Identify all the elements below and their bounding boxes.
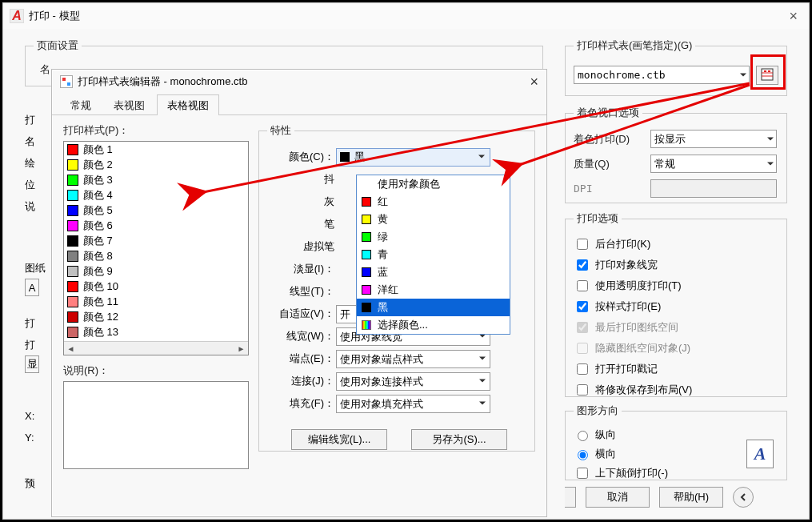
last-paperspace-check: 最后打印图纸空间 bbox=[574, 319, 778, 336]
list-item[interactable]: 颜色 10 bbox=[64, 279, 248, 294]
black-swatch-icon bbox=[340, 152, 350, 162]
list-item[interactable]: 颜色 3 bbox=[64, 172, 248, 187]
scroll-right-icon[interactable]: ► bbox=[234, 343, 248, 355]
plot-style-editor-dialog: 打印样式表编辑器 - monochrome.ctb × 常规 表视图 表格视图 … bbox=[51, 69, 547, 517]
editor-titlebar: 打印样式表编辑器 - monochrome.ctb × bbox=[52, 70, 546, 94]
color-swatch-icon bbox=[67, 311, 78, 323]
color-swatch-icon bbox=[67, 190, 78, 201]
color-label: 颜色(C)： bbox=[267, 150, 336, 164]
editor-close-icon[interactable]: × bbox=[530, 74, 538, 90]
rainbow-icon bbox=[362, 320, 371, 330]
print-options-group: 打印选项 后台打印(K) 打印对象线宽 使用透明度打印(T) 按样式打印(E) … bbox=[565, 211, 787, 397]
list-item[interactable]: 颜色 11 bbox=[64, 294, 248, 309]
landscape-radio[interactable]: 横向 bbox=[574, 445, 668, 463]
print-dialog: A 打印 - 模型 × 页面设置 名 打 名 绘 位 说 图纸 A 打 打 显 … bbox=[2, 2, 810, 520]
stamp-check[interactable]: 打开打印戳记 bbox=[574, 360, 778, 378]
dropdown-color-option[interactable]: 红 bbox=[357, 193, 510, 211]
color-swatch-icon bbox=[67, 266, 78, 277]
color-swatch-icon bbox=[67, 296, 78, 307]
dpi-input bbox=[650, 179, 777, 198]
dropdown-color-option[interactable]: 黑 bbox=[357, 299, 510, 316]
dropdown-color-option[interactable]: 蓝 bbox=[357, 263, 510, 281]
endcap-select[interactable]: 使用对象端点样式 bbox=[336, 350, 490, 368]
editor-tabs: 常规 表视图 表格视图 bbox=[52, 94, 546, 115]
save-as-button[interactable]: 另存为(S)... bbox=[411, 429, 507, 450]
upside-down-check[interactable]: 上下颠倒打印(-) bbox=[574, 464, 668, 482]
list-item[interactable]: 颜色 6 bbox=[64, 218, 248, 233]
adapt-label: 自适应(V)： bbox=[267, 307, 336, 321]
bg-print-check[interactable]: 后台打印(K) bbox=[574, 235, 778, 253]
gray-label: 灰 bbox=[267, 195, 336, 209]
color-swatch-icon bbox=[67, 175, 78, 186]
cancel-button[interactable]: 取消 bbox=[586, 487, 650, 508]
color-swatch-icon bbox=[67, 159, 78, 171]
list-item[interactable]: 颜色 5 bbox=[64, 203, 248, 218]
list-item[interactable]: 颜色 8 bbox=[64, 248, 248, 263]
endcap-label: 端点(E)： bbox=[267, 351, 336, 366]
footer-buttons: 取消 帮助(H) bbox=[565, 487, 754, 508]
color-swatch-icon bbox=[67, 327, 78, 338]
close-icon[interactable]: × bbox=[784, 8, 802, 25]
description-textarea[interactable] bbox=[63, 381, 249, 469]
tab-general[interactable]: 常规 bbox=[60, 94, 102, 115]
list-item[interactable]: 颜色 12 bbox=[64, 309, 248, 324]
color-swatch-icon bbox=[362, 197, 371, 207]
svg-rect-4 bbox=[768, 70, 770, 72]
color-swatch-icon bbox=[362, 303, 371, 312]
list-item[interactable]: 颜色 1 bbox=[64, 142, 248, 157]
orient-legend: 图形方向 bbox=[574, 404, 622, 418]
horizontal-scrollbar[interactable]: ◄ ► bbox=[64, 341, 248, 355]
edit-lineweight-button[interactable]: 编辑线宽(L)... bbox=[291, 429, 387, 450]
join-label: 连接(J)： bbox=[267, 374, 336, 388]
dropdown-use-object-color[interactable]: 使用对象颜色 bbox=[357, 175, 510, 193]
join-select[interactable]: 使用对象连接样式 bbox=[336, 372, 490, 391]
list-item[interactable]: 颜色 13 bbox=[64, 324, 248, 339]
color-swatch-icon bbox=[362, 267, 371, 277]
color-swatch-icon bbox=[67, 251, 78, 262]
description-label: 说明(R)： bbox=[63, 363, 249, 378]
shade-print-label: 着色打印(D) bbox=[574, 132, 650, 147]
color-swatch-icon bbox=[67, 220, 78, 231]
edit-plot-style-button[interactable] bbox=[756, 66, 778, 85]
list-item[interactable]: 颜色 4 bbox=[64, 187, 248, 203]
pen-label: 笔 bbox=[267, 217, 336, 231]
dropdown-color-option[interactable]: 青 bbox=[357, 246, 510, 263]
print-styles-list[interactable]: 颜色 1颜色 2颜色 3颜色 4颜色 5颜色 6颜色 7颜色 8颜色 9颜色 1… bbox=[63, 141, 249, 355]
vpen-label: 虚拟笔 bbox=[267, 239, 336, 254]
dropdown-color-option[interactable]: 洋红 bbox=[357, 281, 510, 299]
shade-print-select[interactable]: 按显示 bbox=[650, 130, 777, 148]
expand-button[interactable] bbox=[733, 487, 754, 508]
list-item[interactable]: 颜色 7 bbox=[64, 233, 248, 248]
color-dropdown[interactable]: 使用对象颜色 红黄绿青蓝洋红黑 选择颜色... bbox=[356, 175, 510, 335]
list-item[interactable]: 颜色 9 bbox=[64, 263, 248, 279]
color-swatch-icon bbox=[362, 215, 371, 224]
plot-style-table-select[interactable]: monochrome.ctb bbox=[574, 66, 750, 84]
fill-select[interactable]: 使用对象填充样式 bbox=[336, 395, 490, 413]
editor-icon bbox=[60, 75, 73, 88]
lw-print-check[interactable]: 打印对象线宽 bbox=[574, 256, 778, 274]
dropdown-choose-color[interactable]: 选择颜色... bbox=[357, 316, 510, 334]
dropdown-color-option[interactable]: 黄 bbox=[357, 211, 510, 228]
hide-paperspace-check: 隐藏图纸空间对象(J) bbox=[574, 339, 778, 357]
color-swatch-icon bbox=[362, 285, 371, 295]
dpi-label: DPI bbox=[574, 183, 650, 195]
save-layout-check[interactable]: 将修改保存到布局(V) bbox=[574, 381, 778, 399]
list-item[interactable]: 颜色 2 bbox=[64, 157, 248, 172]
quality-select[interactable]: 常规 bbox=[650, 155, 777, 173]
dither-label: 抖 bbox=[267, 172, 336, 187]
color-swatch-icon bbox=[67, 205, 78, 216]
properties-legend: 特性 bbox=[267, 123, 294, 138]
trans-print-check[interactable]: 使用透明度打印(T) bbox=[574, 277, 778, 295]
tab-table-view[interactable]: 表格视图 bbox=[157, 94, 219, 115]
tab-form-view[interactable]: 表视图 bbox=[103, 94, 155, 115]
edit-table-icon bbox=[761, 68, 774, 81]
dropdown-color-option[interactable]: 绿 bbox=[357, 228, 510, 246]
quality-label: 质量(Q) bbox=[574, 157, 650, 171]
color-swatch-icon bbox=[362, 232, 371, 242]
portrait-radio[interactable]: 纵向 bbox=[574, 426, 668, 444]
scroll-left-icon[interactable]: ◄ bbox=[64, 343, 78, 355]
color-select[interactable]: 黑 bbox=[336, 148, 490, 167]
window-title: 打印 - 模型 bbox=[29, 9, 80, 23]
help-button[interactable]: 帮助(H) bbox=[659, 487, 723, 508]
style-print-check[interactable]: 按样式打印(E) bbox=[574, 298, 778, 315]
